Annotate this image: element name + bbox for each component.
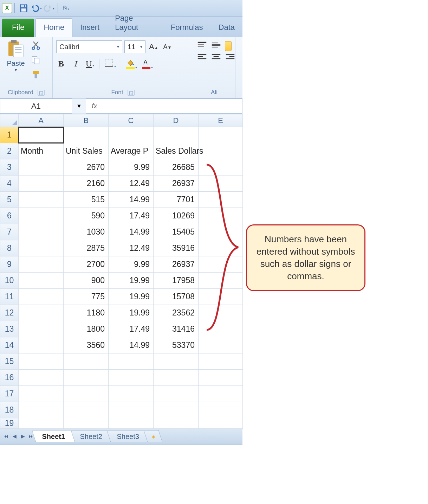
cell-C5[interactable]: 14.99 xyxy=(109,192,154,208)
column-header-C[interactable]: C xyxy=(109,114,154,127)
row-header-12[interactable]: 12 xyxy=(0,305,19,321)
row-header-4[interactable]: 4 xyxy=(0,176,19,192)
save-button[interactable] xyxy=(18,2,29,14)
cell-D13[interactable]: 31416 xyxy=(154,321,199,337)
chevron-down-icon[interactable]: ▾ xyxy=(140,44,142,49)
format-painter-button[interactable] xyxy=(31,70,42,81)
fill-color-button[interactable]: ▾ xyxy=(126,58,137,69)
cell-B15[interactable] xyxy=(64,353,109,370)
tab-insert[interactable]: Insert xyxy=(72,19,107,37)
column-header-B[interactable]: B xyxy=(64,114,109,127)
cell-A9[interactable] xyxy=(19,256,64,273)
cell-A5[interactable] xyxy=(19,192,64,208)
cell-D14[interactable]: 53370 xyxy=(154,337,199,353)
cell-A11[interactable] xyxy=(19,289,64,305)
row-header-8[interactable]: 8 xyxy=(0,240,19,256)
cell-A18[interactable] xyxy=(19,402,64,418)
cell-A14[interactable] xyxy=(19,337,64,353)
cell-C7[interactable]: 14.99 xyxy=(109,224,154,240)
cell-C8[interactable]: 12.49 xyxy=(109,240,154,256)
cell-A13[interactable] xyxy=(19,321,64,337)
cell-B2[interactable]: Unit Sales xyxy=(64,143,109,159)
cell-C18[interactable] xyxy=(109,402,154,418)
cut-button[interactable] xyxy=(31,40,42,52)
chevron-down-icon[interactable]: ▾ xyxy=(151,65,153,69)
undo-button[interactable]: ▾ xyxy=(31,2,42,14)
cell-A16[interactable] xyxy=(19,370,64,386)
align-left-button[interactable] xyxy=(197,53,207,61)
sheet-tab-2[interactable]: Sheet2 xyxy=(70,430,112,442)
fx-icon[interactable]: fx xyxy=(86,102,103,110)
prev-sheet-button[interactable]: ◀ xyxy=(11,432,18,440)
cell-B6[interactable]: 590 xyxy=(64,208,109,224)
row-header-10[interactable]: 10 xyxy=(0,273,19,289)
cell-D15[interactable] xyxy=(154,353,199,370)
chevron-down-icon[interactable]: ▾ xyxy=(92,63,94,67)
cell-C19[interactable] xyxy=(109,418,154,429)
cell-A1[interactable] xyxy=(19,127,64,143)
column-header-D[interactable]: D xyxy=(154,114,199,127)
cell-C10[interactable]: 19.99 xyxy=(109,273,154,289)
font-size-combo[interactable]: 11▾ xyxy=(124,40,145,53)
font-name-combo[interactable]: Calibri▾ xyxy=(56,40,122,53)
row-header-16[interactable]: 16 xyxy=(0,370,19,386)
cell-A10[interactable] xyxy=(19,273,64,289)
row-header-2[interactable]: 2 xyxy=(0,143,19,159)
align-middle-button[interactable] xyxy=(211,41,221,49)
sheet-tab-3[interactable]: Sheet3 xyxy=(106,430,149,442)
row-header-6[interactable]: 6 xyxy=(0,208,19,224)
next-sheet-button[interactable]: ▶ xyxy=(19,432,27,440)
cell-C11[interactable]: 19.99 xyxy=(109,289,154,305)
cell-E10[interactable] xyxy=(199,273,243,289)
paste-button[interactable]: Paste ▾ xyxy=(4,39,28,81)
cell-D8[interactable]: 35916 xyxy=(154,240,199,256)
copy-button[interactable] xyxy=(31,55,42,66)
cell-E12[interactable] xyxy=(199,305,243,321)
sheet-tab-1[interactable]: Sheet1 xyxy=(32,430,75,442)
chevron-down-icon[interactable]: ▾ xyxy=(117,44,119,49)
cell-C17[interactable] xyxy=(109,386,154,402)
cell-B17[interactable] xyxy=(64,386,109,402)
excel-app-icon[interactable]: X xyxy=(2,3,12,13)
cell-D9[interactable]: 26937 xyxy=(154,256,199,273)
cell-A19[interactable] xyxy=(19,418,64,429)
row-header-15[interactable]: 15 xyxy=(0,353,19,370)
borders-button[interactable]: ▾ xyxy=(104,58,116,69)
select-all-corner[interactable] xyxy=(0,114,19,127)
cell-B14[interactable]: 3560 xyxy=(64,337,109,353)
row-header-17[interactable]: 17 xyxy=(0,386,19,402)
cell-E9[interactable] xyxy=(199,256,243,273)
cell-D7[interactable]: 15405 xyxy=(154,224,199,240)
cell-E3[interactable] xyxy=(199,159,243,176)
cell-D16[interactable] xyxy=(154,370,199,386)
formula-input[interactable] xyxy=(103,99,242,113)
row-header-18[interactable]: 18 xyxy=(0,402,19,418)
cell-B3[interactable]: 2670 xyxy=(64,159,109,176)
cell-A17[interactable] xyxy=(19,386,64,402)
cell-C16[interactable] xyxy=(109,370,154,386)
cell-D1[interactable] xyxy=(154,127,199,143)
cell-B10[interactable]: 900 xyxy=(64,273,109,289)
cell-D4[interactable]: 26937 xyxy=(154,176,199,192)
cell-E16[interactable] xyxy=(199,370,243,386)
cell-E13[interactable] xyxy=(199,321,243,337)
cell-D12[interactable]: 23562 xyxy=(154,305,199,321)
cell-D17[interactable] xyxy=(154,386,199,402)
cell-C13[interactable]: 17.49 xyxy=(109,321,154,337)
cell-C6[interactable]: 17.49 xyxy=(109,208,154,224)
cell-D5[interactable]: 7701 xyxy=(154,192,199,208)
name-box-dropdown[interactable]: ▼ xyxy=(72,98,86,114)
chevron-down-icon[interactable]: ▾ xyxy=(40,6,42,10)
cell-D6[interactable]: 10269 xyxy=(154,208,199,224)
row-header-5[interactable]: 5 xyxy=(0,192,19,208)
row-header-7[interactable]: 7 xyxy=(0,224,19,240)
cell-E1[interactable] xyxy=(199,127,243,143)
cell-D18[interactable] xyxy=(154,402,199,418)
cell-A7[interactable] xyxy=(19,224,64,240)
dialog-launcher-icon[interactable]: ◱ xyxy=(128,90,135,96)
cell-B1[interactable] xyxy=(64,127,109,143)
cell-C15[interactable] xyxy=(109,353,154,370)
decrease-font-size-button[interactable]: A▼ xyxy=(162,43,173,51)
cell-B9[interactable]: 2700 xyxy=(64,256,109,273)
row-header-9[interactable]: 9 xyxy=(0,256,19,273)
